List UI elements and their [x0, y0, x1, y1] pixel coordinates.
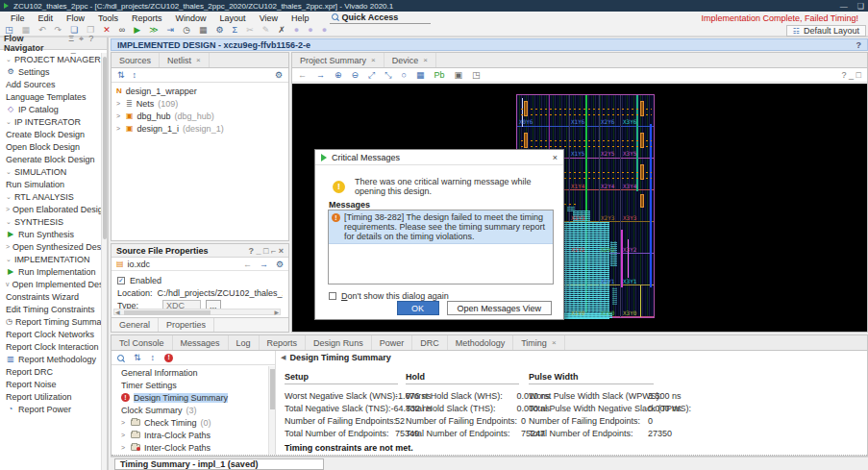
- collapse-icon[interactable]: ⇅: [117, 70, 125, 80]
- board-icon[interactable]: ▦: [199, 25, 208, 35]
- collapse-left-icon[interactable]: ◀: [281, 354, 285, 361]
- gear-icon[interactable]: ⚙: [216, 25, 224, 35]
- delete-icon[interactable]: ✕: [103, 25, 111, 35]
- chevron-down-icon[interactable]: ⌄: [6, 256, 12, 263]
- fit-icon[interactable]: ⤢: [368, 70, 375, 80]
- sidebar-item[interactable]: Constraints Wizard: [0, 290, 102, 303]
- dashboard-icon[interactable]: ●: [294, 25, 299, 35]
- menu-item[interactable]: Edit: [32, 12, 61, 24]
- expandr-icon[interactable]: ↕: [133, 70, 137, 80]
- sidebar-item[interactable]: ◷ Report Timing Summary: [0, 315, 102, 328]
- expand-arrow-icon[interactable]: >: [121, 419, 127, 426]
- tab[interactable]: Device ×: [384, 53, 436, 67]
- tab[interactable]: Netlist ×: [160, 53, 210, 67]
- menu-item[interactable]: File: [4, 12, 32, 24]
- message-item[interactable]: ! [Timing 38-282] The design failed to m…: [329, 210, 553, 244]
- menu-item[interactable]: Window: [169, 12, 213, 24]
- netlist-tree-row[interactable]: > ▣ design_1_i (design_1): [112, 122, 288, 135]
- sidebar-item[interactable]: Edit Timing Constraints: [0, 303, 102, 315]
- resume-icon[interactable]: ⇥: [167, 25, 175, 35]
- sidebar-item[interactable]: ⚙ Settings: [0, 65, 102, 78]
- rect2-icon[interactable]: ◳: [472, 70, 481, 80]
- gear-icon[interactable]: ⚙: [276, 260, 284, 269]
- minimize-icon[interactable]: —: [840, 2, 848, 11]
- scrollbar-thumb[interactable]: [270, 369, 275, 409]
- sidebar-item[interactable]: ⌄ RTL ANALYSIS: [0, 190, 102, 203]
- enabled-checkbox[interactable]: ✓: [117, 277, 125, 284]
- sidebar-item[interactable]: ◇ IP Catalog: [0, 103, 102, 115]
- search-icon[interactable]: [117, 355, 124, 361]
- timing-tree-row[interactable]: > Other Path Groups: [112, 454, 268, 455]
- back-arrow-icon[interactable]: ←: [243, 260, 252, 269]
- menu-item[interactable]: Help: [285, 12, 316, 24]
- rect-icon[interactable]: ▣: [454, 70, 462, 80]
- tab[interactable]: Reports: [260, 335, 307, 350]
- menu-item[interactable]: View: [253, 12, 285, 24]
- dont-show-row[interactable]: Don't show this dialog again: [329, 291, 449, 301]
- sidebar-item[interactable]: Report Utilization: [0, 390, 102, 403]
- expand-arrow-icon[interactable]: >: [121, 432, 127, 438]
- tab[interactable]: Messages: [173, 335, 229, 350]
- close-icon[interactable]: ×: [553, 153, 558, 162]
- timing-tree-row[interactable]: ! Design Timing Summary: [112, 391, 268, 404]
- scroll-left-icon[interactable]: ◀: [115, 309, 120, 315]
- sigma-icon[interactable]: Σ: [233, 25, 238, 35]
- tab[interactable]: Design Runs: [306, 335, 372, 350]
- tab[interactable]: Power: [372, 335, 413, 350]
- chevron-down-icon[interactable]: ⌄: [6, 168, 12, 176]
- menu-item[interactable]: Flow: [60, 12, 91, 24]
- panel-controls[interactable]: ? _ □: [842, 70, 861, 80]
- sidebar-item[interactable]: ▶ Run Synthesis: [0, 228, 102, 240]
- sidebar-item[interactable]: ◔ Report Power: [0, 403, 102, 415]
- scroll-right-icon[interactable]: ▶: [274, 309, 279, 315]
- tree-scrollbar[interactable]: [268, 366, 275, 455]
- dashboard-icon[interactable]: ●: [308, 25, 312, 35]
- clock-icon[interactable]: ◷: [183, 25, 190, 35]
- close-icon[interactable]: ×: [196, 56, 201, 64]
- chevron-down-icon[interactable]: ⌄: [6, 118, 12, 126]
- quick-access-search[interactable]: Quick Access: [330, 12, 431, 24]
- messages-list[interactable]: ! [Timing 38-282] The design failed to m…: [328, 210, 554, 284]
- expandr-icon[interactable]: ↕: [151, 353, 156, 362]
- timing-tree-row[interactable]: > Intra-Clock Paths: [112, 429, 268, 441]
- timing-tree-row[interactable]: Clock Summary (3): [112, 404, 268, 416]
- tab[interactable]: Log: [229, 335, 260, 350]
- sidebar-item[interactable]: Open Block Design: [0, 140, 102, 153]
- help-icon[interactable]: ?: [856, 40, 862, 50]
- menu-item[interactable]: Tools: [91, 12, 125, 24]
- menu-item[interactable]: Layout: [213, 12, 253, 24]
- tab[interactable]: Tcl Console: [112, 335, 173, 350]
- sidebar-item[interactable]: > Open Synthesized Design: [0, 240, 102, 253]
- expand-arrow-icon[interactable]: >: [121, 444, 127, 451]
- expand-arrow-icon[interactable]: >: [6, 243, 10, 250]
- autofit-icon[interactable]: ⤡: [384, 70, 391, 80]
- expand-arrow-icon[interactable]: >: [116, 125, 122, 132]
- sidebar-item[interactable]: Create Block Design: [0, 128, 102, 140]
- sidebar-item[interactable]: Report Noise: [0, 378, 102, 390]
- arrowl-icon[interactable]: ←: [298, 70, 307, 80]
- sidebar-item[interactable]: ⌄ SIMULATION: [0, 165, 102, 178]
- circle-icon[interactable]: ○: [402, 70, 407, 80]
- sidebar-item[interactable]: Run Simulation: [0, 178, 102, 190]
- sidebar-item[interactable]: Report Clock Interaction: [0, 340, 102, 353]
- forward-arrow-icon[interactable]: →: [260, 260, 268, 269]
- horizontal-scrollbar[interactable]: ◀ ▶: [113, 309, 281, 315]
- zoomout-icon[interactable]: ⊖: [352, 70, 360, 80]
- pblock-icon[interactable]: Pb: [434, 70, 444, 80]
- expand-arrow-icon[interactable]: >: [116, 112, 122, 119]
- close-icon[interactable]: ×: [423, 56, 428, 64]
- dialog-title-bar[interactable]: Critical Messages ×: [315, 150, 563, 165]
- grid-icon[interactable]: ▦: [416, 70, 425, 80]
- zoomin-icon[interactable]: ⊕: [335, 70, 342, 80]
- sidebar-item[interactable]: Language Templates: [0, 90, 102, 103]
- sidebar-item[interactable]: ⌄ SYNTHESIS: [0, 215, 102, 228]
- sidebar-item[interactable]: ▶ Run Implementation: [0, 265, 102, 278]
- error-icon[interactable]: !: [164, 354, 173, 362]
- timing-tree-row[interactable]: General Information: [112, 366, 268, 379]
- sidebar-item[interactable]: > Open Elaborated Design: [0, 203, 102, 215]
- close-icon[interactable]: ×: [371, 56, 376, 64]
- expand-arrow-icon[interactable]: v: [6, 281, 10, 287]
- tab[interactable]: Sources: [112, 53, 160, 67]
- tab[interactable]: General: [112, 318, 159, 332]
- chevron-down-icon[interactable]: ⌄: [6, 218, 12, 226]
